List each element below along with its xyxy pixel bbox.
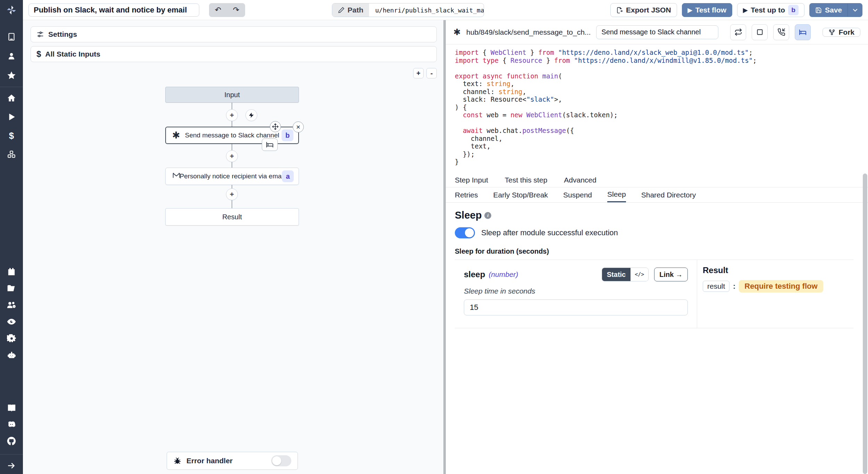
error-handler-toggle[interactable] — [271, 455, 291, 466]
book-icon[interactable] — [0, 399, 23, 416]
sleep-indicator-chip[interactable] — [262, 138, 278, 151]
static-mode-button[interactable]: Static — [602, 268, 631, 281]
dollar-icon[interactable]: $ — [0, 127, 23, 144]
flow-settings-button[interactable]: Settings — [31, 26, 437, 42]
tab-sleep[interactable]: Sleep — [607, 187, 626, 202]
retries-icon-button[interactable] — [730, 24, 746, 40]
insert-step-button[interactable]: + — [226, 150, 238, 162]
calendar-icon[interactable] — [0, 263, 23, 280]
result-heading: Result — [703, 265, 848, 275]
primary-tabs: Step Input Test this step Advanced — [446, 173, 868, 187]
export-json-button[interactable]: Export JSON — [610, 3, 677, 17]
result-node-label: Result — [222, 213, 242, 221]
windmill-logo[interactable] — [0, 0, 23, 20]
tab-early-stop-break[interactable]: Early Stop/Break — [493, 187, 548, 202]
path-chip[interactable]: Path u/henri/publish_slack_wait_mail — [332, 3, 484, 17]
delete-step-button[interactable]: ✕ — [293, 121, 304, 133]
save-button-group: Save — [809, 3, 862, 17]
save-dropdown-button[interactable] — [848, 3, 862, 17]
test-up-to-button[interactable]: ▶ Test up to b — [737, 3, 804, 17]
dollar-icon: $ — [36, 49, 41, 59]
zoom-out-button[interactable]: - — [426, 68, 437, 78]
left-rail: $ — [0, 0, 23, 474]
sleep-seconds-input[interactable] — [464, 299, 688, 315]
input-node[interactable]: Input — [165, 87, 299, 103]
home-icon[interactable] — [0, 90, 23, 107]
user-group-icon[interactable] — [0, 297, 23, 313]
early-stop-icon-button[interactable] — [752, 24, 768, 40]
phone-incoming-icon — [777, 28, 785, 36]
sleep-duration-label: Sleep for duration (seconds) — [455, 247, 868, 255]
folder-icon[interactable] — [0, 280, 23, 297]
result-preview: Result result : Require testing flow — [697, 260, 853, 328]
tab-retries[interactable]: Retries — [455, 187, 478, 202]
tab-suspend[interactable]: Suspend — [563, 187, 592, 202]
sleep-toggle-label: Sleep after module successful execution — [481, 228, 618, 237]
tab-test-this-step[interactable]: Test this step — [505, 176, 548, 184]
test-up-to-label: Test up to — [751, 6, 785, 14]
sleep-icon-button[interactable] — [795, 24, 811, 40]
user-icon[interactable] — [0, 48, 23, 65]
suspend-icon-button[interactable] — [773, 24, 789, 40]
play-icon[interactable] — [0, 109, 23, 125]
tab-advanced[interactable]: Advanced — [564, 176, 596, 184]
building-icon[interactable] — [0, 28, 23, 45]
boxes-icon[interactable] — [0, 146, 23, 163]
repeat-icon — [734, 28, 742, 36]
all-static-inputs-button[interactable]: $ All Static Inputs — [31, 46, 437, 62]
field-description: Sleep time in seconds — [464, 287, 688, 295]
error-handler-node[interactable]: Error handler — [167, 452, 298, 470]
save-button[interactable]: Save — [809, 3, 848, 17]
redo-button[interactable]: ↷ — [227, 3, 245, 17]
zoom-in-button[interactable]: + — [413, 68, 424, 78]
topbar: ↶ ↷ Path u/henri/publish_slack_wait_mail… — [23, 0, 868, 20]
path-label: Path — [348, 6, 364, 14]
sliders-icon — [36, 31, 44, 38]
test-flow-label: Test flow — [695, 6, 726, 14]
flow-canvas[interactable]: Settings $ All Static Inputs + - Input +… — [23, 20, 443, 474]
script-path[interactable]: hub/849/slack/send_message_to_ch... — [466, 28, 591, 36]
expand-arrow-icon[interactable] — [0, 457, 23, 474]
sleep-heading: Sleep — [455, 210, 482, 221]
test-flow-button[interactable]: ▶ Test flow — [682, 3, 733, 17]
step-a-node[interactable]: Personally notice recipient via email a — [165, 168, 299, 185]
insert-step-button[interactable]: + — [226, 188, 238, 200]
bed-icon — [799, 28, 807, 36]
github-icon[interactable] — [0, 433, 23, 449]
trigger-bolt-button[interactable] — [245, 109, 257, 121]
tab-step-input[interactable]: Step Input — [455, 176, 488, 184]
save-label: Save — [825, 6, 842, 14]
insert-step-button[interactable]: + — [226, 109, 238, 121]
play-icon: ▶ — [743, 7, 748, 14]
step-header: ✱ hub/849/slack/send_message_to_ch... Fo… — [446, 20, 868, 44]
eye-icon[interactable] — [0, 313, 23, 330]
code-editor[interactable]: import { WebClient } from "https://deno.… — [446, 44, 868, 173]
result-node[interactable]: Result — [165, 208, 299, 226]
input-mode-segmented: Static </> — [602, 268, 649, 281]
square-icon — [756, 28, 763, 36]
flow-title-input[interactable] — [28, 3, 199, 17]
step-detail-panel: ✱ hub/849/slack/send_message_to_ch... Fo… — [446, 20, 868, 474]
step-badge: b — [788, 5, 799, 15]
scrollbar[interactable] — [863, 173, 867, 474]
path-value[interactable]: u/henri/publish_slack_wait_mail — [369, 7, 484, 14]
panel-splitter[interactable] — [443, 20, 446, 474]
result-key-chip: result — [703, 281, 729, 292]
move-step-button[interactable] — [270, 121, 281, 132]
discord-icon[interactable] — [0, 416, 23, 433]
info-icon[interactable]: i — [484, 212, 491, 219]
sleep-toggle[interactable] — [455, 227, 475, 238]
code-mode-button[interactable]: </> — [631, 268, 648, 281]
step-summary-input[interactable] — [596, 25, 718, 39]
field-type: (number) — [489, 270, 518, 279]
save-icon — [815, 7, 822, 14]
undo-button[interactable]: ↶ — [209, 3, 227, 17]
gear-icon[interactable] — [0, 330, 23, 347]
link-button[interactable]: Link → — [654, 268, 688, 281]
input-node-label: Input — [224, 91, 240, 99]
fork-button[interactable]: Fork — [823, 28, 860, 37]
tab-shared-directory[interactable]: Shared Directory — [641, 187, 696, 202]
gmail-icon — [172, 171, 181, 182]
robot-icon[interactable] — [0, 347, 23, 363]
star-icon[interactable] — [0, 67, 23, 84]
